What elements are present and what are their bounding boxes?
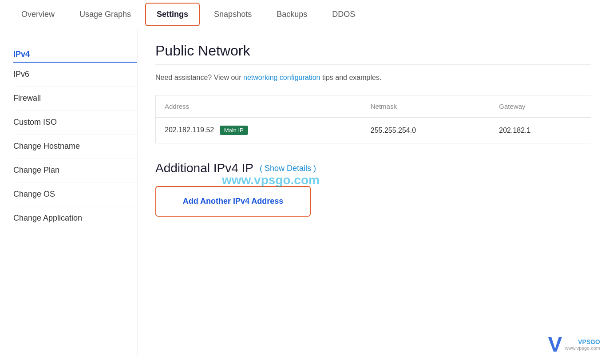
watermark-brand: VPSGO: [565, 338, 600, 345]
tab-settings[interactable]: Settings: [145, 3, 200, 26]
tab-backups[interactable]: Backups: [264, 0, 320, 29]
sidebar: IPv4IPv6FirewallCustom ISOChange Hostnam…: [0, 29, 138, 356]
sidebar-item-change-hostname[interactable]: Change Hostname: [13, 135, 137, 158]
sidebar-item-firewall[interactable]: Firewall: [13, 87, 137, 111]
sidebar-item-change-os[interactable]: Change OS: [13, 182, 137, 206]
main-content: Public Network Need assistance? View our…: [138, 29, 609, 356]
main-ip-badge: Main IP: [220, 126, 248, 135]
sidebar-item-ipv6[interactable]: IPv6: [13, 63, 137, 87]
additional-ipv4-title: Additional IPv4 IP: [155, 161, 253, 175]
additional-ipv4-section: Additional IPv4 IP ( Show Details ): [155, 161, 591, 175]
tab-overview[interactable]: Overview: [9, 0, 67, 29]
ip-address: 202.182.119.52: [165, 126, 214, 134]
network-table: Address Netmask Gateway 202.182.119.52 M…: [155, 95, 591, 143]
col-netmask: Netmask: [362, 95, 490, 118]
sidebar-item-custom-iso[interactable]: Custom ISO: [13, 111, 137, 135]
networking-config-link[interactable]: networking configuration: [243, 74, 320, 81]
col-address: Address: [156, 95, 362, 118]
show-details-link[interactable]: ( Show Details ): [260, 164, 316, 173]
sidebar-item-change-application[interactable]: Change Application: [13, 206, 137, 230]
watermark-sub: www.vpsgo.com: [565, 345, 600, 351]
sidebar-item-change-plan[interactable]: Change Plan: [13, 158, 137, 182]
watermark: V VPSGO www.vpsgo.com: [548, 334, 601, 355]
add-ipv4-address-button[interactable]: Add Another IPv4 Address: [155, 186, 311, 217]
table-row: 202.182.119.52 Main IP 255.255.254.0 202…: [156, 118, 591, 143]
top-nav: OverviewUsage GraphsSettingsSnapshotsBac…: [0, 0, 609, 29]
tab-ddos[interactable]: DDOS: [320, 0, 368, 29]
tab-usage-graphs[interactable]: Usage Graphs: [67, 0, 143, 29]
cell-gateway: 202.182.1: [490, 118, 591, 143]
sidebar-item-ipv4[interactable]: IPv4: [13, 43, 137, 63]
tab-snapshots[interactable]: Snapshots: [202, 0, 264, 29]
public-network-title: Public Network: [155, 43, 591, 65]
help-text-before: Need assistance? View our: [155, 74, 243, 81]
col-gateway: Gateway: [490, 95, 591, 118]
network-table-head: Address Netmask Gateway: [156, 95, 591, 118]
table-header-row: Address Netmask Gateway: [156, 95, 591, 118]
help-text: Need assistance? View our networking con…: [155, 74, 591, 82]
network-table-body: 202.182.119.52 Main IP 255.255.254.0 202…: [156, 118, 591, 143]
watermark-v-icon: V: [548, 334, 562, 355]
help-text-after: tips and examples.: [320, 74, 381, 81]
cell-address: 202.182.119.52 Main IP: [156, 118, 362, 143]
cell-netmask: 255.255.254.0: [362, 118, 490, 143]
